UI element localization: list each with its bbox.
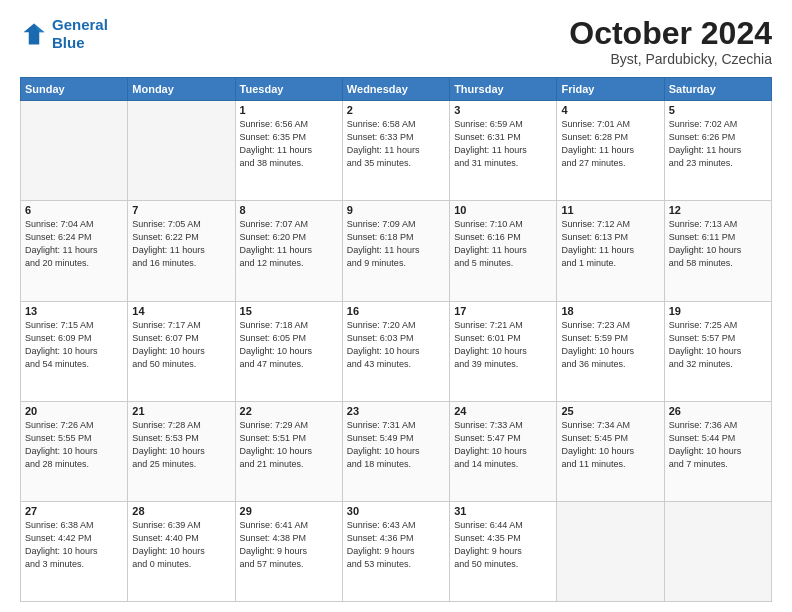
weekday-header-row: SundayMondayTuesdayWednesdayThursdayFrid… [21, 78, 772, 101]
day-number: 28 [132, 505, 230, 517]
day-number: 5 [669, 104, 767, 116]
calendar-cell: 23Sunrise: 7:31 AM Sunset: 5:49 PM Dayli… [342, 401, 449, 501]
weekday-header-tuesday: Tuesday [235, 78, 342, 101]
day-info: Sunrise: 7:01 AM Sunset: 6:28 PM Dayligh… [561, 118, 659, 170]
header: General Blue October 2024 Byst, Pardubic… [20, 16, 772, 67]
day-number: 14 [132, 305, 230, 317]
calendar-cell: 9Sunrise: 7:09 AM Sunset: 6:18 PM Daylig… [342, 201, 449, 301]
calendar-cell [21, 101, 128, 201]
day-info: Sunrise: 7:20 AM Sunset: 6:03 PM Dayligh… [347, 319, 445, 371]
calendar-cell: 11Sunrise: 7:12 AM Sunset: 6:13 PM Dayli… [557, 201, 664, 301]
weekday-header-saturday: Saturday [664, 78, 771, 101]
day-info: Sunrise: 7:18 AM Sunset: 6:05 PM Dayligh… [240, 319, 338, 371]
calendar-cell: 28Sunrise: 6:39 AM Sunset: 4:40 PM Dayli… [128, 501, 235, 601]
day-number: 19 [669, 305, 767, 317]
day-info: Sunrise: 7:31 AM Sunset: 5:49 PM Dayligh… [347, 419, 445, 471]
day-number: 21 [132, 405, 230, 417]
week-row-1: 6Sunrise: 7:04 AM Sunset: 6:24 PM Daylig… [21, 201, 772, 301]
day-info: Sunrise: 7:15 AM Sunset: 6:09 PM Dayligh… [25, 319, 123, 371]
calendar-cell: 31Sunrise: 6:44 AM Sunset: 4:35 PM Dayli… [450, 501, 557, 601]
day-info: Sunrise: 7:29 AM Sunset: 5:51 PM Dayligh… [240, 419, 338, 471]
day-number: 13 [25, 305, 123, 317]
day-info: Sunrise: 7:25 AM Sunset: 5:57 PM Dayligh… [669, 319, 767, 371]
calendar-cell: 19Sunrise: 7:25 AM Sunset: 5:57 PM Dayli… [664, 301, 771, 401]
day-info: Sunrise: 7:36 AM Sunset: 5:44 PM Dayligh… [669, 419, 767, 471]
calendar-cell: 26Sunrise: 7:36 AM Sunset: 5:44 PM Dayli… [664, 401, 771, 501]
calendar-cell: 15Sunrise: 7:18 AM Sunset: 6:05 PM Dayli… [235, 301, 342, 401]
day-info: Sunrise: 7:09 AM Sunset: 6:18 PM Dayligh… [347, 218, 445, 270]
day-number: 26 [669, 405, 767, 417]
day-info: Sunrise: 6:56 AM Sunset: 6:35 PM Dayligh… [240, 118, 338, 170]
calendar-cell: 14Sunrise: 7:17 AM Sunset: 6:07 PM Dayli… [128, 301, 235, 401]
calendar-subtitle: Byst, Pardubicky, Czechia [569, 51, 772, 67]
calendar-cell: 5Sunrise: 7:02 AM Sunset: 6:26 PM Daylig… [664, 101, 771, 201]
calendar-cell: 13Sunrise: 7:15 AM Sunset: 6:09 PM Dayli… [21, 301, 128, 401]
calendar-cell [557, 501, 664, 601]
week-row-2: 13Sunrise: 7:15 AM Sunset: 6:09 PM Dayli… [21, 301, 772, 401]
day-info: Sunrise: 6:44 AM Sunset: 4:35 PM Dayligh… [454, 519, 552, 571]
day-number: 12 [669, 204, 767, 216]
calendar-cell: 21Sunrise: 7:28 AM Sunset: 5:53 PM Dayli… [128, 401, 235, 501]
calendar-cell: 2Sunrise: 6:58 AM Sunset: 6:33 PM Daylig… [342, 101, 449, 201]
day-info: Sunrise: 7:12 AM Sunset: 6:13 PM Dayligh… [561, 218, 659, 270]
weekday-header-monday: Monday [128, 78, 235, 101]
day-number: 25 [561, 405, 659, 417]
calendar-cell [128, 101, 235, 201]
calendar-cell: 1Sunrise: 6:56 AM Sunset: 6:35 PM Daylig… [235, 101, 342, 201]
calendar-table: SundayMondayTuesdayWednesdayThursdayFrid… [20, 77, 772, 602]
day-info: Sunrise: 7:10 AM Sunset: 6:16 PM Dayligh… [454, 218, 552, 270]
logo-text: General Blue [52, 16, 108, 52]
calendar-cell: 22Sunrise: 7:29 AM Sunset: 5:51 PM Dayli… [235, 401, 342, 501]
day-number: 20 [25, 405, 123, 417]
calendar-cell: 12Sunrise: 7:13 AM Sunset: 6:11 PM Dayli… [664, 201, 771, 301]
day-number: 4 [561, 104, 659, 116]
week-row-4: 27Sunrise: 6:38 AM Sunset: 4:42 PM Dayli… [21, 501, 772, 601]
weekday-header-sunday: Sunday [21, 78, 128, 101]
day-info: Sunrise: 7:21 AM Sunset: 6:01 PM Dayligh… [454, 319, 552, 371]
day-number: 27 [25, 505, 123, 517]
calendar-title: October 2024 [569, 16, 772, 51]
day-number: 6 [25, 204, 123, 216]
calendar-cell: 29Sunrise: 6:41 AM Sunset: 4:38 PM Dayli… [235, 501, 342, 601]
day-info: Sunrise: 6:59 AM Sunset: 6:31 PM Dayligh… [454, 118, 552, 170]
calendar-cell: 4Sunrise: 7:01 AM Sunset: 6:28 PM Daylig… [557, 101, 664, 201]
day-info: Sunrise: 7:04 AM Sunset: 6:24 PM Dayligh… [25, 218, 123, 270]
day-number: 7 [132, 204, 230, 216]
logo-icon [20, 20, 48, 48]
calendar-cell: 16Sunrise: 7:20 AM Sunset: 6:03 PM Dayli… [342, 301, 449, 401]
calendar-cell: 20Sunrise: 7:26 AM Sunset: 5:55 PM Dayli… [21, 401, 128, 501]
day-number: 15 [240, 305, 338, 317]
calendar-cell: 27Sunrise: 6:38 AM Sunset: 4:42 PM Dayli… [21, 501, 128, 601]
day-info: Sunrise: 6:58 AM Sunset: 6:33 PM Dayligh… [347, 118, 445, 170]
calendar-cell: 7Sunrise: 7:05 AM Sunset: 6:22 PM Daylig… [128, 201, 235, 301]
day-number: 29 [240, 505, 338, 517]
day-number: 22 [240, 405, 338, 417]
calendar-cell: 6Sunrise: 7:04 AM Sunset: 6:24 PM Daylig… [21, 201, 128, 301]
day-info: Sunrise: 7:13 AM Sunset: 6:11 PM Dayligh… [669, 218, 767, 270]
day-number: 23 [347, 405, 445, 417]
day-number: 30 [347, 505, 445, 517]
day-info: Sunrise: 6:39 AM Sunset: 4:40 PM Dayligh… [132, 519, 230, 571]
calendar-cell: 30Sunrise: 6:43 AM Sunset: 4:36 PM Dayli… [342, 501, 449, 601]
day-number: 24 [454, 405, 552, 417]
day-info: Sunrise: 6:41 AM Sunset: 4:38 PM Dayligh… [240, 519, 338, 571]
calendar-cell: 18Sunrise: 7:23 AM Sunset: 5:59 PM Dayli… [557, 301, 664, 401]
logo: General Blue [20, 16, 108, 52]
weekday-header-friday: Friday [557, 78, 664, 101]
day-number: 31 [454, 505, 552, 517]
day-number: 18 [561, 305, 659, 317]
calendar-cell: 17Sunrise: 7:21 AM Sunset: 6:01 PM Dayli… [450, 301, 557, 401]
title-block: October 2024 Byst, Pardubicky, Czechia [569, 16, 772, 67]
day-info: Sunrise: 6:43 AM Sunset: 4:36 PM Dayligh… [347, 519, 445, 571]
svg-marker-0 [24, 24, 45, 45]
calendar-cell: 24Sunrise: 7:33 AM Sunset: 5:47 PM Dayli… [450, 401, 557, 501]
weekday-header-thursday: Thursday [450, 78, 557, 101]
day-info: Sunrise: 6:38 AM Sunset: 4:42 PM Dayligh… [25, 519, 123, 571]
page: General Blue October 2024 Byst, Pardubic… [0, 0, 792, 612]
day-info: Sunrise: 7:05 AM Sunset: 6:22 PM Dayligh… [132, 218, 230, 270]
day-number: 1 [240, 104, 338, 116]
day-info: Sunrise: 7:34 AM Sunset: 5:45 PM Dayligh… [561, 419, 659, 471]
day-info: Sunrise: 7:02 AM Sunset: 6:26 PM Dayligh… [669, 118, 767, 170]
day-info: Sunrise: 7:23 AM Sunset: 5:59 PM Dayligh… [561, 319, 659, 371]
day-number: 11 [561, 204, 659, 216]
